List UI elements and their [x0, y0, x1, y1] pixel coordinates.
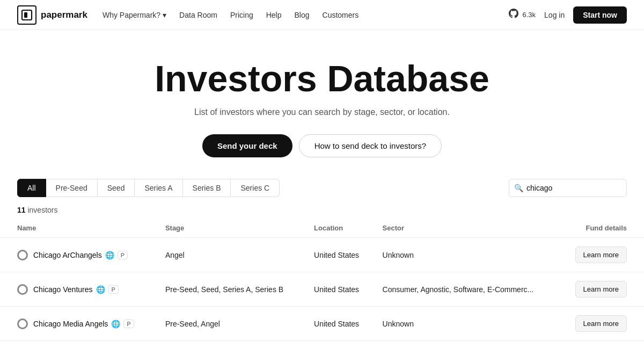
investor-dot-icon [17, 318, 28, 329]
filter-tab-seriesc[interactable]: Series C [231, 179, 280, 197]
table-row: Chicago Ventures 🌐 P Pre-Seed, Seed, Ser… [0, 272, 644, 307]
filters-row: All Pre-Seed Seed Series A Series B Seri… [0, 179, 644, 204]
hero-title: Investors Database [17, 60, 627, 97]
col-fund: Fund details [559, 219, 644, 238]
col-stage: Stage [157, 219, 305, 238]
table-row: Chicago Media Angels 🌐 P Pre-Seed, Angel… [0, 307, 644, 341]
investor-dot-icon [17, 250, 28, 260]
row-location: United States [305, 238, 374, 272]
chevron-down-icon: ▾ [163, 11, 166, 19]
nav-link-help[interactable]: Help [266, 11, 282, 19]
filter-tab-seriesa[interactable]: Series A [135, 179, 182, 197]
row-sector: Consumer, Agnostic, Software, E-Commerc.… [374, 272, 559, 307]
globe-icon[interactable]: 🌐 [111, 320, 120, 328]
logo-text: papermark [41, 10, 87, 20]
navbar: papermark Why Papermark? ▾ Data Room Pri… [0, 0, 644, 30]
search-wrap: 🔍 [509, 179, 627, 197]
premium-badge: P [123, 320, 134, 328]
name-badges: Chicago ArChangels 🌐 P [33, 251, 128, 259]
row-name-cell: Chicago Ventures 🌐 P [0, 272, 157, 307]
col-sector: Sector [374, 219, 559, 238]
nav-link-pricing[interactable]: Pricing [230, 11, 253, 19]
filter-tab-all[interactable]: All [17, 179, 46, 197]
learn-more-button[interactable]: Learn more [575, 247, 627, 263]
globe-icon[interactable]: 🌐 [96, 285, 105, 294]
investor-dot-icon [17, 284, 28, 295]
log-in-link[interactable]: Log in [544, 11, 565, 19]
learn-more-button[interactable]: Learn more [575, 315, 627, 332]
col-location: Location [305, 219, 374, 238]
nav-left: papermark Why Papermark? ▾ Data Room Pri… [17, 5, 358, 25]
github-badge[interactable]: 6.3k [508, 8, 536, 21]
table-header-row: Name Stage Location Sector Fund details [0, 219, 644, 238]
investor-name: Chicago Media Angels [33, 320, 108, 328]
filter-tab-seriesb[interactable]: Series B [183, 179, 231, 197]
investor-name-wrap: Chicago ArChangels 🌐 P [17, 250, 148, 260]
investor-name-wrap: Chicago Media Angels 🌐 P [17, 318, 148, 329]
row-stage: Angel [157, 238, 305, 272]
row-location: United States [305, 272, 374, 307]
row-fund: Learn more [559, 307, 644, 341]
nav-link-why[interactable]: Why Papermark? ▾ [103, 11, 166, 19]
row-fund: Learn more [559, 238, 644, 272]
investors-table: Name Stage Location Sector Fund details … [0, 219, 644, 341]
nav-links: Why Papermark? ▾ Data Room Pricing Help … [103, 11, 358, 19]
nav-link-dataroom[interactable]: Data Room [179, 11, 217, 19]
search-input[interactable] [509, 179, 627, 197]
search-icon: 🔍 [514, 184, 523, 192]
name-badges: Chicago Media Angels 🌐 P [33, 320, 134, 328]
logo[interactable]: papermark [17, 5, 87, 25]
investor-name: Chicago ArChangels [33, 251, 102, 259]
investor-name-wrap: Chicago Ventures 🌐 P [17, 284, 148, 295]
col-name: Name [0, 219, 157, 238]
row-stage: Pre-Seed, Seed, Series A, Series B [157, 272, 305, 307]
logo-mark [17, 5, 36, 25]
learn-more-button[interactable]: Learn more [575, 281, 627, 298]
send-deck-button[interactable]: Send your deck [202, 134, 292, 157]
name-badges: Chicago Ventures 🌐 P [33, 285, 119, 294]
results-count: 11 investors [0, 204, 644, 219]
row-fund: Learn more [559, 272, 644, 307]
row-sector: Unknown [374, 238, 559, 272]
results-label: investors [27, 206, 57, 214]
row-location: United States [305, 307, 374, 341]
table-row: Chicago ArChangels 🌐 P Angel United Stat… [0, 238, 644, 272]
hero-buttons: Send your deck How to send deck to inves… [17, 134, 627, 157]
row-name-cell: Chicago Media Angels 🌐 P [0, 307, 157, 341]
globe-icon[interactable]: 🌐 [105, 251, 114, 259]
investors-table-wrap: Name Stage Location Sector Fund details … [0, 219, 644, 341]
results-number: 11 [17, 206, 26, 214]
hero-subtitle: List of investors where you can search b… [17, 107, 627, 117]
row-stage: Pre-Seed, Angel [157, 307, 305, 341]
nav-link-customers[interactable]: Customers [323, 11, 359, 19]
row-name-cell: Chicago ArChangels 🌐 P [0, 238, 157, 272]
investor-name: Chicago Ventures [33, 285, 93, 294]
premium-badge: P [118, 251, 128, 259]
filter-tab-preseed[interactable]: Pre-Seed [46, 179, 98, 197]
nav-right: 6.3k Log in Start now [508, 6, 627, 24]
filter-tabs: All Pre-Seed Seed Series A Series B Seri… [17, 179, 280, 197]
row-sector: Unknown [374, 307, 559, 341]
filter-tab-seed[interactable]: Seed [98, 179, 135, 197]
nav-link-blog[interactable]: Blog [295, 11, 310, 19]
hero-section: Investors Database List of investors whe… [0, 30, 644, 179]
premium-badge: P [108, 285, 119, 294]
github-count: 6.3k [522, 11, 536, 19]
github-icon [508, 8, 519, 21]
start-now-button[interactable]: Start now [573, 6, 627, 24]
svg-rect-1 [24, 12, 27, 18]
how-to-send-button[interactable]: How to send deck to investors? [299, 134, 442, 157]
